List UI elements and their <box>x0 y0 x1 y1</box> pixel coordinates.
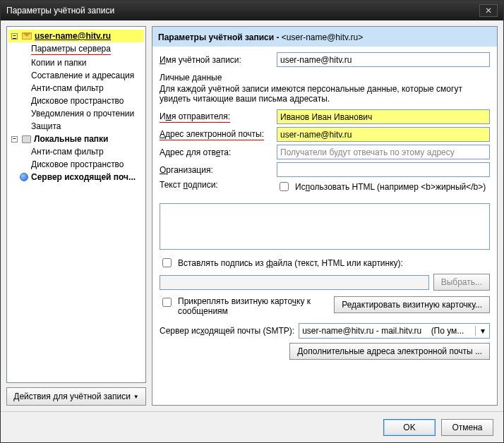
chevron-down-icon: ▼ <box>133 394 139 400</box>
account-email-label: user-name@hitv.ru <box>35 31 111 41</box>
email-input[interactable] <box>277 127 490 142</box>
close-icon: ✕ <box>485 6 492 16</box>
reply-label: Адрес для ответа: <box>160 147 272 157</box>
tree-item-composition[interactable]: Составление и адресация <box>8 69 144 82</box>
smtp-selected-value: user-name@hitv.ru - mail.hitv.ru (По ум.… <box>302 326 464 336</box>
mail-icon <box>22 32 32 40</box>
personal-section-title: Личные данные <box>160 73 490 83</box>
titlebar: Параметры учётной записи ✕ <box>1 1 503 20</box>
tree-item-security[interactable]: Защита <box>8 120 144 133</box>
tree-item-local-antispam[interactable]: Анти-спам фильтр <box>8 145 144 158</box>
edit-vcard-button[interactable]: Редактировать визитную карточку... <box>334 296 490 313</box>
account-actions-button[interactable]: Действия для учётной записи ▼ <box>6 387 146 406</box>
sig-file-label: Вставлять подпись из файла (текст, HTML … <box>178 258 403 268</box>
ok-button[interactable]: OK <box>383 419 436 436</box>
panel-header: Параметры учётной записи - <user-name@hi… <box>152 27 497 47</box>
account-tree[interactable]: − user-name@hitv.ru Параметры сервера Ко… <box>6 26 146 383</box>
sender-name-row: Имя отправителя: <box>160 109 490 124</box>
signature-right: Использовать HTML (например <b>жирный</b… <box>277 180 490 198</box>
account-name-input[interactable] <box>277 52 490 67</box>
panel-header-prefix: Параметры учётной записи - <box>158 32 282 42</box>
vcard-label: Прикреплять визитную карточку к сообщени… <box>178 296 328 316</box>
collapse-icon[interactable]: − <box>11 136 18 142</box>
account-settings-window: Параметры учётной записи ✕ − user-name@h… <box>0 0 504 443</box>
vcard-row: Прикреплять визитную карточку к сообщени… <box>160 296 490 316</box>
collapse-icon[interactable]: − <box>11 33 18 40</box>
tree-item-antispam[interactable]: Анти-спам фильтр <box>8 82 144 95</box>
tree-item-copies[interactable]: Копии и папки <box>8 56 144 69</box>
reply-input[interactable] <box>277 145 490 159</box>
sidebar: − user-name@hitv.ru Параметры сервера Ко… <box>6 26 146 406</box>
dialog-footer: OK Отмена <box>1 411 503 442</box>
smtp-select[interactable]: user-name@hitv.ru - mail.hitv.ru (По ум.… <box>299 323 490 339</box>
vcard-checkbox[interactable] <box>162 298 172 307</box>
org-label: Организация: <box>160 165 272 175</box>
sig-file-input-row: Выбрать... <box>160 274 490 291</box>
signature-row: Текст подписи: Использовать HTML (наприм… <box>160 180 490 198</box>
chevron-down-icon: ▾ <box>475 326 486 336</box>
account-actions-label: Действия для учётной записи <box>13 392 131 401</box>
use-html-label: Использовать HTML (например <b>жирный</b… <box>295 182 486 192</box>
personal-section-desc: Для каждой учётной записи имеются персон… <box>160 84 490 104</box>
sig-file-path-input <box>160 275 429 290</box>
tree-item-receipts[interactable]: Уведомления о прочтении <box>8 107 144 120</box>
org-row: Организация: <box>160 162 490 177</box>
smtp-row: Сервер исходящей почты (SMTP): user-name… <box>160 323 490 339</box>
browse-button: Выбрать... <box>433 274 490 291</box>
sig-file-checkbox[interactable] <box>162 258 172 267</box>
reply-row: Адрес для ответа: <box>160 145 490 159</box>
signature-textarea[interactable] <box>160 203 490 250</box>
account-name-label: Имя учётной записи: <box>160 55 272 65</box>
sender-name-input[interactable] <box>277 109 490 124</box>
main-panel: Параметры учётной записи - <user-name@hi… <box>152 26 498 406</box>
email-label: Адрес электронной почты: <box>160 129 272 140</box>
email-row: Адрес электронной почты: <box>160 127 490 142</box>
tree-item-local-disk[interactable]: Дисковое пространство <box>8 158 144 171</box>
use-html-checkbox[interactable] <box>280 182 289 191</box>
tree-item-server-params[interactable]: Параметры сервера <box>8 42 144 56</box>
signature-html-row: Использовать HTML (например <b>жирный</b… <box>277 180 490 193</box>
folder-icon <box>22 135 31 143</box>
tree-item-disk[interactable]: Дисковое пространство <box>8 95 144 107</box>
sig-file-row: Вставлять подпись из файла (текст, HTML … <box>160 256 490 269</box>
account-name-row: Имя учётной записи: <box>160 52 490 67</box>
extra-addresses-row: Дополнительные адреса электронной почты … <box>160 343 490 360</box>
org-input[interactable] <box>277 162 490 177</box>
window-title: Параметры учётной записи <box>6 6 114 16</box>
globe-icon <box>20 173 28 181</box>
sender-name-label: Имя отправителя: <box>160 111 272 123</box>
window-controls: ✕ <box>479 4 498 17</box>
tree-local-folders[interactable]: − Локальные папки <box>8 133 144 145</box>
signature-label: Текст подписи: <box>160 180 272 190</box>
tree-smtp-server[interactable]: Сервер исходящей поч... <box>8 171 144 183</box>
smtp-label: Сервер исходящей почты (SMTP): <box>160 326 294 336</box>
cancel-button[interactable]: Отмена <box>441 419 493 436</box>
content-area: − user-name@hitv.ru Параметры сервера Ко… <box>1 20 503 411</box>
panel-header-email: <user-name@hitv.ru> <box>282 32 363 42</box>
close-button[interactable]: ✕ <box>479 4 498 17</box>
extra-addresses-button[interactable]: Дополнительные адреса электронной почты … <box>289 343 490 360</box>
tree-account-root[interactable]: − user-name@hitv.ru <box>8 30 144 42</box>
